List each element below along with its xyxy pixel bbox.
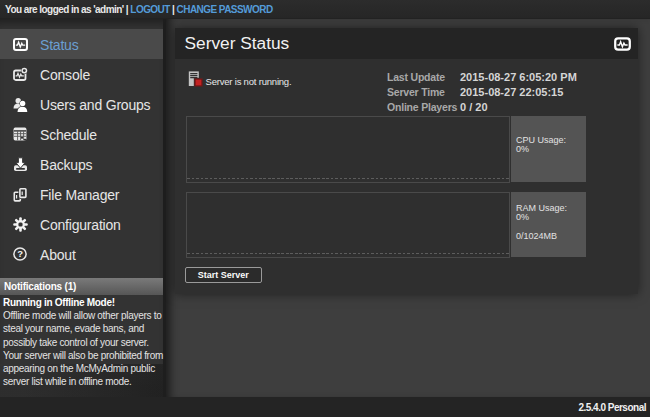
svg-text:?: ? <box>17 248 23 259</box>
